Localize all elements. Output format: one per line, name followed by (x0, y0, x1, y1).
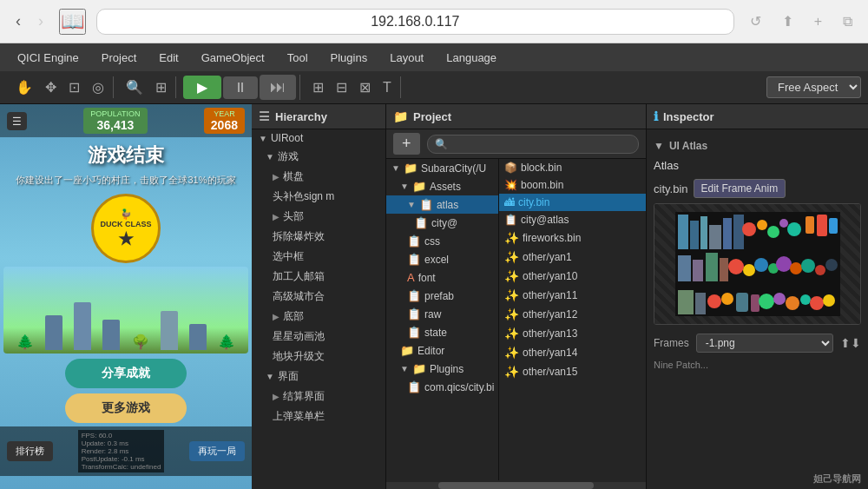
folder-label-css: css (424, 235, 440, 248)
expand-icon-ui: ▼ (266, 372, 274, 381)
file-yan10[interactable]: ✨ other/yan10 (499, 267, 646, 286)
game-menu-button[interactable]: ☰ (7, 112, 27, 130)
share-achievement-button[interactable]: 分享成就 (65, 359, 187, 388)
folder-comqics[interactable]: 📋 com.qics/city.bi (386, 378, 498, 396)
file-yan12[interactable]: ✨ other/yan12 (499, 305, 646, 324)
hand-tool[interactable]: ✋ (10, 76, 38, 98)
hierarchy-item-explosion[interactable]: 拆除爆炸效 (252, 227, 385, 247)
file-yan14[interactable]: ✨ other/yan14 (499, 343, 646, 362)
menu-layout[interactable]: Layout (379, 48, 434, 68)
folder-cityat[interactable]: 📋 city@ (386, 214, 498, 232)
back-button[interactable]: ‹ (10, 10, 26, 32)
menu-qici-engine[interactable]: QICI Engine (7, 48, 89, 68)
folder-plugins[interactable]: ▼ 📁 Plugins (386, 360, 498, 378)
svg-rect-6 (733, 215, 744, 249)
expand-icon-head: ▶ (273, 212, 279, 221)
svg-point-20 (743, 264, 755, 276)
hierarchy-item-settlement[interactable]: ▶ 结算界面 (252, 387, 385, 406)
file-yan1[interactable]: ✨ other/yan1 (499, 248, 646, 267)
file-cityatlas[interactable]: 📋 city@atlas (499, 211, 646, 228)
pivot-tool[interactable]: ◎ (87, 76, 109, 98)
grid-tool[interactable]: ⊞ (150, 76, 172, 98)
share-button[interactable]: ⬆ (777, 10, 799, 32)
folder-editor[interactable]: 📁 Editor (386, 341, 498, 360)
project-scrollbar[interactable] (386, 482, 646, 489)
folder-subaraciry[interactable]: ▼ 📁 SubaraCity(/U (386, 159, 498, 177)
file-van15[interactable]: ✨ other/van15 (499, 362, 646, 381)
reload-button[interactable]: ↺ (745, 10, 766, 32)
hierarchy-item-head[interactable]: ▶ 头部 (252, 207, 385, 227)
hierarchy-item-headcolor[interactable]: 头补色sign m (252, 187, 385, 207)
hierarchy-item-upgrade[interactable]: 地块升级文 (252, 347, 385, 367)
folder-icon-state: 📋 (407, 326, 421, 339)
svg-point-30 (707, 294, 721, 308)
rect-tool[interactable]: ⊡ (63, 76, 85, 98)
file-boom-bin[interactable]: 💥 boom.bin (499, 176, 646, 194)
folder-prefab[interactable]: 📋 prefab (386, 287, 498, 305)
file-fireworks-bin[interactable]: ✨ fireworks.bin (499, 228, 646, 248)
play-button[interactable]: ▶ (183, 76, 221, 99)
more-games-button[interactable]: 更多游戏 (65, 393, 187, 423)
folder-label-comqics: com.qics/city.bi (424, 381, 494, 393)
menu-language[interactable]: Language (436, 48, 507, 68)
folder-raw[interactable]: 📋 raw (386, 305, 498, 323)
hierarchy-item-uiroot[interactable]: ▼ UIRoot (252, 129, 385, 147)
menu-plugins[interactable]: Plugins (320, 48, 378, 68)
add-tab-button[interactable]: + (809, 11, 827, 32)
svg-rect-16 (693, 260, 703, 281)
folder-excel[interactable]: 📋 excel (386, 250, 498, 268)
hierarchy-item-worker[interactable]: 加工人邮箱 (252, 267, 385, 287)
layout-tool-2[interactable]: ⊟ (331, 76, 352, 98)
hierarchy-item-game[interactable]: ▼ 游戏 (252, 147, 385, 167)
duck-badge: 🦆 DUCK CLASS ★ (0, 194, 252, 263)
file-yan11[interactable]: ✨ other/yan11 (499, 286, 646, 305)
step-button[interactable]: ⏭ (260, 75, 296, 100)
folder-icon-prefab: 📋 (407, 289, 421, 302)
hierarchy-item-city[interactable]: 高级城市合 (252, 287, 385, 307)
folder-atlas[interactable]: ▼ 📋 atlas (386, 195, 498, 214)
file-yan13[interactable]: ✨ other/yan13 (499, 324, 646, 343)
menu-tool[interactable]: Tool (277, 48, 319, 68)
file-city-bin[interactable]: 🏙 city.bin (499, 194, 646, 211)
layout-tool-3[interactable]: ⊠ (354, 76, 376, 98)
file-label-yan14: other/yan14 (523, 347, 577, 359)
bookmark-button[interactable]: 📖 (59, 9, 86, 35)
hierarchy-item-bottom[interactable]: ▶ 底部 (252, 307, 385, 327)
hierarchy-item-popup[interactable]: 上弹菜单栏 (252, 406, 385, 426)
file-label-yan1: other/yan1 (523, 251, 572, 263)
rank-button[interactable]: 排行榜 (7, 441, 53, 461)
folder-state[interactable]: 📋 state (386, 323, 498, 341)
project-search-input[interactable] (427, 135, 639, 154)
expand-icon-settlement: ▶ (273, 392, 279, 401)
layout-tool-1[interactable]: ⊞ (307, 76, 329, 98)
edit-frame-anim-button[interactable]: Edit Frame Anim (694, 179, 786, 198)
layout-tool-4[interactable]: T (378, 77, 397, 98)
menu-edit[interactable]: Edit (148, 48, 188, 68)
move-tool[interactable]: ✥ (40, 76, 62, 98)
file-list: 📦 block.bin 💥 boom.bin 🏙 city.bin 📋 city… (499, 159, 646, 480)
tabs-button[interactable]: ⧉ (838, 11, 858, 32)
frames-select[interactable]: -1.png (696, 334, 833, 353)
folder-css[interactable]: 📋 css (386, 232, 498, 250)
pause-button[interactable]: ⏸ (223, 76, 258, 99)
folder-icon-comqics: 📋 (407, 380, 421, 393)
hierarchy-item-chessboard[interactable]: ▶ 棋盘 (252, 167, 385, 187)
project-add-button[interactable]: + (393, 133, 420, 155)
folder-font[interactable]: A font (386, 268, 498, 287)
hierarchy-item-ui[interactable]: ▼ 界面 (252, 367, 385, 387)
menu-gameobject[interactable]: GameObject (191, 48, 275, 68)
replay-button[interactable]: 再玩一局 (189, 441, 245, 461)
hierarchy-item-select[interactable]: 选中框 (252, 247, 385, 267)
folder-icon-editor: 📁 (400, 344, 414, 357)
folder-assets[interactable]: ▼ 📁 Assets (386, 177, 498, 195)
menu-project[interactable]: Project (91, 48, 147, 68)
address-bar[interactable] (96, 9, 734, 35)
magnify-tool[interactable]: 🔍 (121, 76, 148, 98)
forward-button[interactable]: › (33, 10, 49, 32)
hierarchy-label-headcolor: 头补色sign m (273, 189, 334, 204)
expand-plugins-icon: ▼ (400, 364, 409, 373)
frames-arrow-icon: ⬆⬇ (840, 336, 861, 350)
aspect-selector[interactable]: Free Aspect (766, 76, 861, 98)
hierarchy-item-stars[interactable]: 星星动画池 (252, 327, 385, 347)
file-block-bin[interactable]: 📦 block.bin (499, 159, 646, 176)
